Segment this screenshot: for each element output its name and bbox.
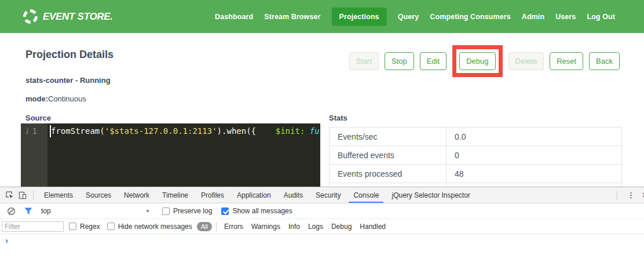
annotation-info-icon: i bbox=[25, 125, 28, 137]
console-output-area[interactable]: › bbox=[0, 234, 644, 255]
inspect-element-icon[interactable] bbox=[3, 189, 16, 202]
stat-value: 0.0 bbox=[447, 128, 621, 145]
tab-timeline[interactable]: Timeline bbox=[156, 187, 195, 203]
tab-application[interactable]: Application bbox=[230, 187, 277, 203]
preserve-log-checkbox[interactable] bbox=[162, 207, 170, 215]
brand-name: EVENT STORE. bbox=[43, 11, 113, 23]
chevron-down-icon: ▼ bbox=[145, 209, 150, 214]
projection-name-status: stats-counter - Running bbox=[25, 76, 111, 85]
regex-checkbox[interactable] bbox=[69, 223, 76, 230]
all-levels-badge[interactable]: All bbox=[197, 222, 212, 231]
nav-item-projections[interactable]: Projections bbox=[332, 8, 387, 26]
console-toolbar: top ▼ Preserve log Show all messages bbox=[0, 203, 644, 219]
stats-table: Events/sec 0.0 Buffered events 0 Events … bbox=[329, 127, 622, 187]
tab-console[interactable]: Console bbox=[347, 187, 385, 203]
console-prompt-icon[interactable]: › bbox=[5, 235, 8, 245]
delete-button[interactable]: Delete bbox=[508, 52, 544, 70]
back-button[interactable]: Back bbox=[589, 52, 620, 70]
device-toolbar-icon[interactable] bbox=[16, 189, 29, 202]
stat-label: Events processed bbox=[330, 165, 447, 183]
level-warnings[interactable]: Warnings bbox=[251, 223, 280, 231]
execution-context-value: top bbox=[41, 207, 51, 215]
divider bbox=[33, 191, 34, 200]
nav-item-admin[interactable]: Admin bbox=[522, 13, 544, 21]
reset-button[interactable]: Reset bbox=[550, 52, 583, 70]
show-all-messages-checkbox[interactable] bbox=[221, 207, 229, 215]
devtools-panel: Elements Sources Network Timeline Profil… bbox=[0, 187, 644, 255]
devtools-menu-icon[interactable]: ⋮ bbox=[621, 191, 641, 199]
code-token-init: $init: bbox=[276, 126, 305, 136]
nav-item-logout[interactable]: Log Out bbox=[587, 13, 615, 21]
level-debug[interactable]: Debug bbox=[331, 223, 352, 231]
tab-jquery-selector-inspector[interactable]: jQuery Selector Inspector bbox=[385, 187, 476, 203]
tab-elements[interactable]: Elements bbox=[38, 187, 79, 203]
projection-action-buttons: Start Stop Edit Debug Delete Reset Back bbox=[349, 45, 620, 77]
editor-gutter: i 1 bbox=[21, 123, 47, 187]
code-token-string: '$stats-127.0.0.1:2113' bbox=[105, 126, 217, 136]
nav-item-stream-browser[interactable]: Stream Browser bbox=[264, 13, 320, 21]
tab-audits[interactable]: Audits bbox=[277, 187, 309, 203]
nav-item-competing-consumers[interactable]: Competing Consumers bbox=[430, 13, 510, 21]
table-row: Events/sec 0.0 bbox=[330, 128, 621, 146]
code-area[interactable]: fromStream('$stats-127.0.0.1:2113').when… bbox=[47, 123, 320, 187]
source-heading: Source bbox=[25, 114, 51, 122]
stats-heading: Stats bbox=[329, 114, 347, 122]
code-token bbox=[256, 126, 276, 136]
close-icon[interactable]: ✕ bbox=[641, 191, 644, 199]
projection-details-page: Projection Details Start Stop Edit Debug… bbox=[0, 33, 644, 187]
stop-button[interactable]: Stop bbox=[385, 52, 414, 70]
divider bbox=[216, 222, 217, 231]
nav-item-query[interactable]: Query bbox=[398, 13, 419, 21]
nav-item-dashboard[interactable]: Dashboard bbox=[215, 13, 253, 21]
table-row: Buffered events 0 bbox=[330, 146, 621, 165]
level-handled[interactable]: Handled bbox=[360, 223, 386, 231]
regex-label: Regex bbox=[80, 223, 100, 231]
table-row: Events processed 48 bbox=[330, 165, 621, 183]
execution-context-selector[interactable]: top ▼ bbox=[41, 207, 150, 215]
tab-security[interactable]: Security bbox=[309, 187, 347, 203]
stat-value: 0 bbox=[447, 146, 621, 164]
line-number: 1 bbox=[32, 125, 36, 137]
code-token: fromStream( bbox=[51, 126, 105, 136]
debug-highlight-annotation: Debug bbox=[452, 45, 502, 77]
tab-profiles[interactable]: Profiles bbox=[195, 187, 230, 203]
edit-button[interactable]: Edit bbox=[420, 52, 447, 70]
nav-item-users[interactable]: Users bbox=[555, 13, 576, 21]
brand[interactable]: EVENT STORE. bbox=[23, 9, 113, 24]
code-token-keyword: fu bbox=[310, 126, 320, 136]
level-errors[interactable]: Errors bbox=[224, 223, 243, 231]
divider bbox=[617, 191, 617, 200]
event-store-app: EVENT STORE. Dashboard Stream Browser Pr… bbox=[0, 0, 644, 255]
top-navbar: EVENT STORE. Dashboard Stream Browser Pr… bbox=[0, 0, 644, 33]
event-store-logo-icon bbox=[23, 9, 38, 24]
tab-network[interactable]: Network bbox=[118, 187, 156, 203]
code-token: ).when({ bbox=[217, 126, 256, 136]
hide-network-messages-checkbox[interactable] bbox=[107, 223, 115, 230]
main-nav: Dashboard Stream Browser Projections Que… bbox=[215, 8, 615, 26]
code-line-1: fromStream('$stats-127.0.0.1:2113').when… bbox=[50, 125, 320, 137]
stat-label: Buffered events bbox=[330, 146, 447, 164]
show-all-messages-label: Show all messages bbox=[232, 207, 292, 215]
level-logs[interactable]: Logs bbox=[308, 223, 323, 231]
tab-sources[interactable]: Sources bbox=[79, 187, 118, 203]
page-title: Projection Details bbox=[25, 49, 114, 61]
projection-mode: mode:Continuous bbox=[25, 94, 86, 103]
mode-value: Continuous bbox=[48, 94, 86, 103]
code-token bbox=[305, 126, 309, 136]
stat-label: Events/sec bbox=[330, 128, 447, 145]
preserve-log-label: Preserve log bbox=[173, 207, 212, 215]
level-info[interactable]: Info bbox=[288, 223, 300, 231]
filter-icon[interactable] bbox=[22, 205, 35, 217]
stat-value: 48 bbox=[447, 165, 621, 183]
clear-console-icon[interactable] bbox=[5, 205, 17, 217]
debug-button[interactable]: Debug bbox=[459, 52, 495, 70]
hide-network-messages-label: Hide network messages bbox=[118, 223, 192, 231]
filter-input[interactable] bbox=[2, 221, 64, 232]
start-button[interactable]: Start bbox=[349, 52, 379, 70]
devtools-tabbar: Elements Sources Network Timeline Profil… bbox=[0, 187, 644, 203]
source-code-editor[interactable]: i 1 fromStream('$stats-127.0.0.1:2113').… bbox=[21, 123, 320, 187]
console-filter-bar: Regex Hide network messages All Errors W… bbox=[0, 219, 644, 234]
mode-label: mode: bbox=[25, 94, 48, 103]
